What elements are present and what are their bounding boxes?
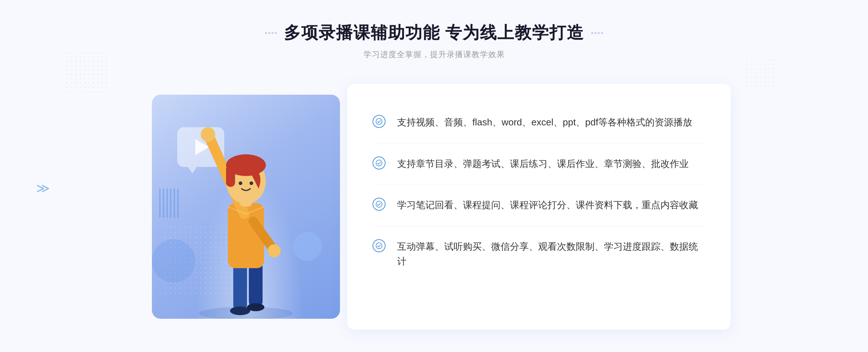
svg-point-9 <box>268 244 281 257</box>
illustration-bg-card <box>152 95 340 319</box>
illustration-wrapper <box>137 84 354 330</box>
svg-point-18 <box>376 201 382 207</box>
svg-point-16 <box>376 119 382 125</box>
page-container: ≫ 多项录播课辅助功能 专为线上教学打造 学习进度全掌握，提升录播课教学效果 <box>0 0 868 352</box>
check-circle-1 <box>373 115 386 128</box>
svg-point-19 <box>376 242 382 249</box>
sub-title: 学习进度全掌握，提升录播课教学效果 <box>265 49 603 60</box>
content-area: 支持视频、音频、flash、word、excel、ppt、pdf等各种格式的资源… <box>137 84 731 330</box>
title-section: 多项录播课辅助功能 专为线上教学打造 学习进度全掌握，提升录播课教学效果 <box>265 22 603 60</box>
title-deco-left <box>265 32 277 34</box>
check-circle-2 <box>373 156 386 169</box>
feature-text-3: 学习笔记回看、课程提问、课程评论打分、课件资料下载，重点内容收藏 <box>397 198 698 213</box>
feature-item-2: 支持章节目录、弹题考试、课后练习、课后作业、章节测验、批改作业 <box>373 143 705 185</box>
feature-item-4: 互动弹幕、试听购买、微信分享、观看次数限制、学习进度跟踪、数据统计 <box>373 226 705 282</box>
feature-item-1: 支持视频、音频、flash、word、excel、ppt、pdf等各种格式的资源… <box>373 102 705 143</box>
features-panel: 支持视频、音频、flash、word、excel、ppt、pdf等各种格式的资源… <box>347 84 731 330</box>
check-circle-4 <box>373 239 386 252</box>
check-circle-3 <box>373 198 386 211</box>
feature-text-4: 互动弹幕、试听购买、微信分享、观看次数限制、学习进度跟踪、数据统计 <box>397 239 705 269</box>
chevron-left-icon: ≫ <box>36 181 50 196</box>
svg-rect-1 <box>233 261 247 312</box>
feature-text-2: 支持章节目录、弹题考试、课后练习、课后作业、章节测验、批改作业 <box>397 156 689 172</box>
stripe-decoration <box>159 189 181 218</box>
feature-text-1: 支持视频、音频、flash、word、excel、ppt、pdf等各种格式的资源… <box>397 115 692 130</box>
dots-decoration-right <box>745 58 774 87</box>
main-title: 多项录播课辅助功能 专为线上教学打造 <box>284 22 584 44</box>
feature-item-3: 学习笔记回看、课程提问、课程评论打分、课件资料下载，重点内容收藏 <box>373 185 705 226</box>
svg-point-7 <box>201 127 215 142</box>
svg-rect-13 <box>226 165 235 187</box>
svg-point-4 <box>247 303 264 311</box>
title-deco-right <box>591 32 603 34</box>
person-illustration <box>181 109 311 319</box>
svg-point-17 <box>376 160 382 166</box>
title-decorators: 多项录播课辅助功能 专为线上教学打造 <box>265 22 603 44</box>
svg-point-14 <box>239 181 242 185</box>
svg-point-15 <box>250 181 253 185</box>
dots-decoration-left <box>65 51 109 94</box>
